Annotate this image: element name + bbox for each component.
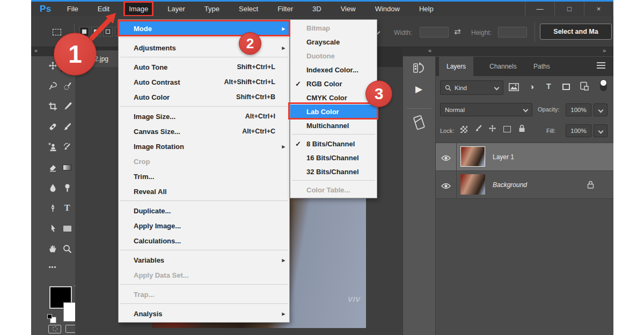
lock-artboard-icon[interactable] [503, 126, 511, 132]
menubar-view[interactable]: View [337, 3, 360, 15]
tool-pen[interactable] [46, 202, 59, 214]
tool-eyedropper[interactable] [61, 100, 74, 113]
menubar-type[interactable]: Type [201, 3, 223, 15]
filter-image-button[interactable] [509, 83, 519, 93]
blend-mode-dropdown[interactable]: Normal [440, 103, 532, 116]
tool-quick-selection[interactable] [61, 79, 74, 92]
width-input[interactable] [420, 27, 449, 38]
background-visibility-eye-icon[interactable] [441, 182, 451, 191]
document-tab-label: 2.jpg [94, 55, 108, 63]
opacity-value-box[interactable]: 100% [566, 103, 591, 116]
tool-path-selection[interactable] [46, 222, 59, 235]
menu-separator [120, 284, 288, 285]
menu-item-image-size[interactable]: Image Size...Alt+Ctrl+I [119, 109, 289, 124]
right-dock-expand-icon[interactable]: » [603, 47, 606, 54]
layer1-name[interactable]: Layer 1 [493, 153, 514, 161]
tool-crop[interactable] [46, 100, 59, 113]
submenu-item-grayscale[interactable]: Grayscale [290, 35, 377, 49]
tool-history-brush[interactable] [61, 140, 74, 153]
menu-item-auto-tone[interactable]: Auto ToneShift+Ctrl+L [119, 59, 289, 75]
height-input[interactable] [498, 27, 527, 38]
tool-blur[interactable] [46, 181, 59, 194]
submenu-item-duotone: Duotone [290, 49, 377, 63]
quick-mask-button[interactable] [48, 325, 61, 333]
menu-item-auto-color[interactable]: Auto ColorShift+Ctrl+B [119, 90, 289, 105]
background-name[interactable]: Background [493, 181, 527, 189]
blur-drop-icon [48, 183, 57, 192]
filter-type-button[interactable]: T [546, 82, 551, 91]
tool-spot-healing[interactable] [46, 120, 59, 133]
actions-panel-button[interactable]: ▶ [415, 84, 422, 95]
fill-value-box[interactable]: 100% [566, 124, 591, 137]
history-panel-button[interactable] [413, 61, 426, 77]
menu-item-calculations[interactable]: Calculations... [119, 233, 289, 248]
callout-3: 3 [365, 80, 392, 107]
tool-zoom[interactable] [61, 242, 74, 255]
submenu-item-16-bits[interactable]: 16 Bits/Channel [290, 151, 377, 165]
tool-preset-marquee-icon[interactable] [50, 26, 63, 39]
tool-dodge[interactable] [61, 181, 74, 194]
lock-transparency-icon[interactable] [460, 126, 467, 133]
submenu-item-rgb-color[interactable]: ✓RGB Color [290, 77, 377, 91]
tool-shape[interactable] [61, 222, 74, 235]
tool-gradient[interactable] [61, 161, 74, 174]
minimize-button[interactable]: — [525, 2, 554, 16]
menu-item-variables[interactable]: Variables▸ [119, 252, 289, 267]
menubar-image[interactable]: Image [125, 3, 152, 15]
layer1-thumbnail[interactable] [460, 146, 485, 167]
layer-row-background[interactable]: Background [436, 170, 613, 198]
menu-item-trim[interactable]: Trim... [119, 169, 289, 184]
menu-item-apply-image[interactable]: Apply Image... [119, 218, 289, 233]
filter-shape-button[interactable] [562, 84, 570, 90]
menubar-filter[interactable]: Filter [274, 3, 297, 15]
submenu-item-32-bits[interactable]: 32 Bits/Channel [290, 165, 377, 178]
submenu-item-8-bits[interactable]: ✓8 Bits/Channel [290, 137, 377, 151]
menubar-window[interactable]: Window [371, 3, 404, 15]
menu-item-duplicate[interactable]: Duplicate... [119, 203, 289, 218]
menubar-select[interactable]: Select [235, 3, 262, 15]
panel-menu-icon[interactable] [597, 62, 605, 63]
tab-layers[interactable]: Layers [439, 57, 473, 76]
libraries-panel-button[interactable] [412, 114, 427, 134]
tab-paths[interactable]: Paths [526, 57, 558, 76]
menubar-help[interactable]: Help [415, 3, 437, 15]
filter-smart-object-button[interactable] [580, 81, 589, 93]
mini-dock-collapse-icon[interactable]: « [428, 47, 431, 54]
background-thumbnail[interactable] [460, 174, 485, 195]
menubar-layer[interactable]: Layer [164, 3, 189, 15]
lock-pixels-icon[interactable] [474, 124, 482, 135]
lock-position-icon[interactable] [488, 124, 496, 135]
tool-edit-toolbar[interactable]: ••• [46, 260, 59, 273]
tool-hand[interactable] [46, 242, 59, 255]
swap-width-height-icon[interactable]: ⇄ [454, 27, 461, 36]
tool-brush[interactable] [61, 120, 74, 133]
select-and-mask-button[interactable]: Select and Ma [540, 24, 612, 40]
toolbar-collapse-icon[interactable]: « [34, 47, 38, 54]
close-button[interactable]: × [584, 2, 613, 16]
layer1-visibility-eye-icon[interactable] [441, 154, 451, 163]
menu-item-crop: Crop [119, 154, 289, 169]
opacity-dropdown-button[interactable] [594, 103, 608, 116]
menubar-3d[interactable]: 3D [309, 3, 325, 15]
menu-item-auto-contrast[interactable]: Auto ContrastAlt+Shift+Ctrl+L [119, 75, 289, 90]
maximize-button[interactable]: □ [554, 2, 584, 16]
menu-item-adjustments[interactable]: Adjustments▸ [119, 40, 289, 55]
menu-item-image-rotation[interactable]: Image Rotation▸ [119, 139, 289, 154]
layer-row-layer1[interactable]: Layer 1 [436, 143, 613, 170]
filter-adjustment-button[interactable]: ◑ [529, 82, 534, 91]
fill-dropdown-button[interactable] [594, 124, 608, 137]
filter-toggle-switch[interactable] [600, 79, 607, 91]
libraries-icon [412, 114, 427, 132]
menu-item-analysis[interactable]: Analysis▸ [119, 306, 289, 321]
menu-item-reveal-all[interactable]: Reveal All [119, 184, 289, 199]
tool-clone-stamp[interactable] [46, 140, 59, 153]
submenu-item-indexed-color[interactable]: Indexed Color... [290, 63, 377, 77]
lock-all-icon[interactable] [518, 124, 525, 135]
tab-channels[interactable]: Channels [482, 57, 524, 76]
menu-item-canvas-size[interactable]: Canvas Size...Alt+Ctrl+C [119, 124, 289, 139]
tool-eraser[interactable] [46, 161, 59, 174]
submenu-item-multichannel[interactable]: Multichannel [290, 118, 377, 132]
layer-filter-dropdown[interactable]: Kind [440, 80, 503, 95]
tool-lasso[interactable] [46, 79, 59, 92]
tool-type[interactable]: T [61, 202, 74, 214]
